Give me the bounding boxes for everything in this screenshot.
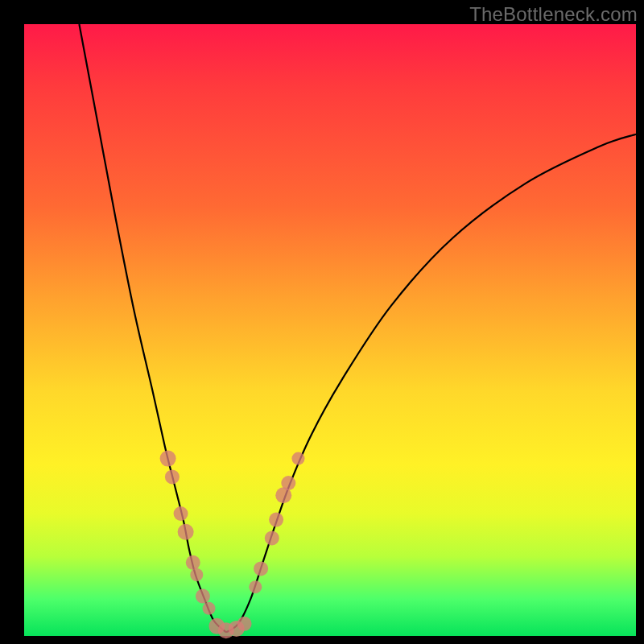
data-markers bbox=[160, 451, 305, 639]
marker-left-6 bbox=[196, 589, 210, 604]
marker-right-3 bbox=[269, 513, 283, 527]
marker-left-4 bbox=[186, 555, 200, 570]
outer-frame: TheBottleneck.com bbox=[0, 0, 644, 644]
marker-right-6 bbox=[291, 452, 304, 465]
plot-area bbox=[24, 24, 636, 636]
marker-left-5 bbox=[190, 568, 203, 581]
marker-bottom-3 bbox=[237, 617, 252, 631]
marker-left-1 bbox=[165, 469, 180, 484]
marker-right-5 bbox=[281, 476, 295, 490]
marker-left-3 bbox=[178, 524, 194, 540]
marker-left-2 bbox=[174, 506, 188, 521]
marker-right-2 bbox=[265, 530, 279, 545]
watermark-text: TheBottleneck.com bbox=[469, 3, 638, 26]
marker-right-1 bbox=[254, 561, 268, 576]
curve-right-branch bbox=[226, 134, 636, 633]
curve-left-branch bbox=[79, 24, 225, 632]
marker-left-0 bbox=[160, 451, 176, 467]
marker-right-0 bbox=[249, 580, 262, 593]
marker-left-7 bbox=[203, 602, 216, 615]
chart-svg bbox=[24, 24, 636, 636]
